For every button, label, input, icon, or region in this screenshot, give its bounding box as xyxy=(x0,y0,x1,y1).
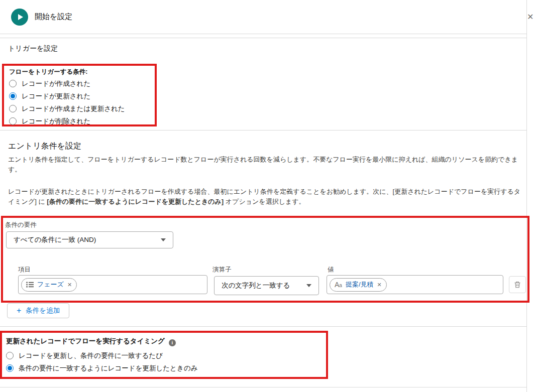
timing-label: 更新されたレコードでフローを実行するタイミング xyxy=(6,337,165,345)
chevron-down-icon xyxy=(161,238,166,241)
flow-start-icon xyxy=(11,9,28,26)
condition-requirements-dropdown[interactable]: すべての条件に一致 (AND) xyxy=(6,231,173,248)
dropdown-value: すべての条件に一致 (AND) xyxy=(14,235,96,244)
radio-icon xyxy=(9,117,17,125)
paragraph-bold-text: [条件の要件に一致するようにレコードを更新したときのみ] xyxy=(47,198,224,205)
annotation-box-trigger: フローをトリガーする条件: レコードが作成された レコードが更新された レコード… xyxy=(2,64,157,126)
field-pill-text: フェーズ xyxy=(37,280,64,289)
radio-record-created-or-updated[interactable]: レコードが作成または更新された xyxy=(8,102,151,115)
text-type-icon: Aa xyxy=(335,281,342,288)
radio-record-created[interactable]: レコードが作成された xyxy=(8,77,151,90)
paragraph-text: オプションを選択します。 xyxy=(224,198,305,205)
entry-section-heading: エントリ条件を設定 xyxy=(8,141,81,152)
play-icon xyxy=(18,14,23,20)
add-condition-button[interactable]: + 条件を追加 xyxy=(7,303,69,318)
operator-value: 次の文字列と一致する xyxy=(222,281,290,290)
section-divider xyxy=(0,387,526,387)
timing-label-row: 更新されたレコードでフローを実行するタイミングi xyxy=(6,336,322,346)
radio-icon xyxy=(6,352,14,359)
radio-icon xyxy=(6,364,14,372)
entry-description-paragraph: エントリ条件を指定して、フローをトリガーするレコード数とフローが実行される回数を… xyxy=(8,155,521,175)
chevron-down-icon xyxy=(306,284,311,287)
info-icon[interactable]: i xyxy=(169,339,176,346)
value-pill-text: 提案/見積 xyxy=(346,280,374,289)
trash-icon xyxy=(513,281,521,289)
value-input[interactable]: Aa 提案/見積 ✕ xyxy=(327,275,503,294)
radio-only-when-meets-conditions[interactable]: 条件の要件に一致するようにレコードを更新したときのみ xyxy=(6,362,322,374)
panel-right-border xyxy=(526,0,527,392)
annotation-box-timing: 更新されたレコードでフローを実行するタイミングi レコードを更新し、条件の要件に… xyxy=(0,331,328,379)
radio-record-deleted[interactable]: レコードが削除された xyxy=(8,115,151,127)
dialog-body: トリガーを設定 フローをトリガーする条件: レコードが作成された レコードが更新… xyxy=(0,38,526,392)
annotation-box-conditions: 条件の要件 すべての条件に一致 (AND) 項目 フェーズ ✕ xyxy=(1,216,529,303)
remove-icon[interactable]: ✕ xyxy=(67,282,72,288)
condition-requirements-label: 条件の要件 xyxy=(5,221,37,229)
operator-column-label: 演算子 xyxy=(212,266,232,274)
plus-icon: + xyxy=(17,307,21,315)
value-pill[interactable]: Aa 提案/見積 ✕ xyxy=(330,278,387,292)
radio-icon xyxy=(9,105,17,112)
radio-record-updated[interactable]: レコードが更新された xyxy=(8,90,151,102)
field-input[interactable]: フェーズ ✕ xyxy=(18,275,207,294)
field-pill[interactable]: フェーズ ✕ xyxy=(21,278,77,292)
field-column-label: 項目 xyxy=(18,266,31,274)
section-divider xyxy=(0,130,526,130)
configure-start-dialog: 開始を設定 ✕ トリガーを設定 フローをトリガーする条件: レコードが作成された… xyxy=(0,0,534,392)
close-icon[interactable]: ✕ xyxy=(527,13,533,21)
radio-icon xyxy=(9,80,17,87)
value-column-label: 値 xyxy=(328,266,334,274)
radio-every-time-updated[interactable]: レコードを更新し、条件の要件に一致するたび xyxy=(6,349,322,362)
remove-icon[interactable]: ✕ xyxy=(377,282,382,288)
dialog-title: 開始を設定 xyxy=(35,12,72,22)
trigger-conditions-label: フローをトリガーする条件: xyxy=(9,68,151,76)
radio-icon xyxy=(9,92,17,100)
operator-dropdown[interactable]: 次の文字列と一致する xyxy=(214,276,319,295)
dialog-header: 開始を設定 xyxy=(0,0,526,34)
section-divider xyxy=(0,326,526,327)
trigger-section-heading: トリガーを設定 xyxy=(8,44,58,53)
add-condition-label: 条件を追加 xyxy=(26,306,60,315)
picklist-icon xyxy=(26,282,34,288)
entry-recommendation-paragraph: レコードが更新されたときにトリガーされるフローを作成する場合、最初にエントリ条件… xyxy=(8,187,521,207)
delete-condition-button[interactable] xyxy=(509,276,526,293)
